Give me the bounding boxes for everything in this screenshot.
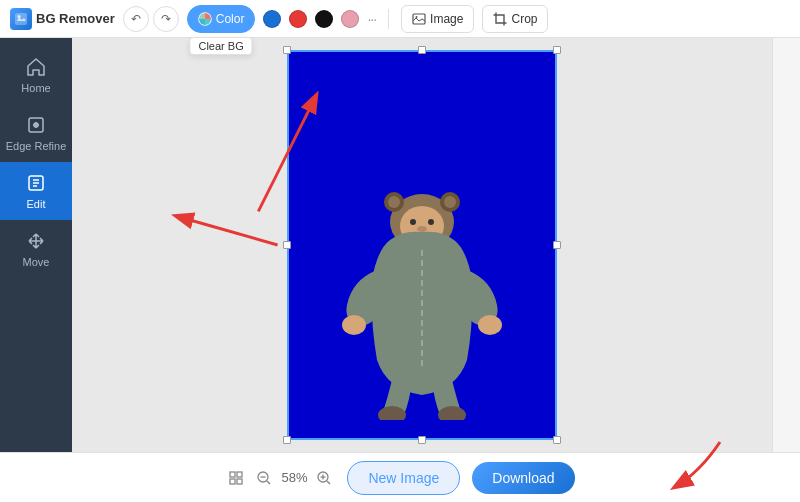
zoom-level: 58% [281, 470, 307, 485]
sidebar-item-move-label: Move [23, 256, 50, 268]
handle-top-right[interactable] [553, 46, 561, 54]
move-icon [25, 230, 47, 252]
crop-tab-button[interactable]: Crop [482, 5, 548, 33]
logo-icon [10, 8, 32, 30]
edit-icon [25, 172, 47, 194]
color-tab-label: Color [216, 12, 245, 26]
handle-bot-right[interactable] [553, 436, 561, 444]
color-swatch-pink[interactable] [341, 10, 359, 28]
handle-mid-right[interactable] [553, 241, 561, 249]
zoom-out-button[interactable] [253, 467, 275, 489]
fit-icon [228, 470, 244, 486]
zoom-out-icon [256, 470, 272, 486]
nav-back-button[interactable]: ↶ [123, 6, 149, 32]
handle-bot-left[interactable] [283, 436, 291, 444]
handle-top-mid[interactable] [418, 46, 426, 54]
crop-tab-label: Crop [511, 12, 537, 26]
svg-point-17 [342, 315, 366, 335]
sidebar: Home Edge Refine Edit [0, 38, 72, 452]
svg-rect-23 [237, 472, 242, 477]
main-layout: Home Edge Refine Edit [0, 38, 800, 452]
color-tab-button[interactable]: Color [187, 5, 256, 33]
nav-buttons: ↶ ↷ [123, 6, 179, 32]
title-bar: BG Remover ↶ ↷ Color Clear BG ··· [0, 0, 800, 38]
edge-refine-icon [25, 114, 47, 136]
svg-line-28 [267, 481, 270, 484]
svg-point-14 [410, 219, 416, 225]
image-tab-button[interactable]: Image [401, 5, 474, 33]
baby-svg [322, 160, 522, 420]
toolbar-separator-1 [388, 9, 389, 29]
new-image-button[interactable]: New Image [347, 461, 460, 495]
baby-image [322, 160, 522, 420]
app-title: BG Remover [36, 11, 115, 26]
zoom-in-icon [316, 470, 332, 486]
clear-bg-tooltip: Clear BG [189, 37, 252, 55]
bottom-bar: 58% New Image Download [0, 452, 800, 502]
color-more-button[interactable]: ··· [367, 11, 376, 27]
app-logo: BG Remover [10, 8, 115, 30]
sidebar-item-edit[interactable]: Edit [0, 162, 72, 220]
handle-mid-left[interactable] [283, 241, 291, 249]
svg-rect-24 [230, 479, 235, 484]
color-swatch-red[interactable] [289, 10, 307, 28]
home-icon [25, 56, 47, 78]
color-icon [198, 12, 212, 26]
canvas-container[interactable] [287, 50, 557, 440]
svg-line-32 [327, 481, 330, 484]
zoom-in-button[interactable] [313, 467, 335, 489]
canvas-area [72, 38, 772, 452]
svg-point-18 [478, 315, 502, 335]
sidebar-item-edit-label: Edit [27, 198, 46, 210]
download-button[interactable]: Download [472, 462, 574, 494]
zoom-controls: 58% [225, 467, 335, 489]
sidebar-item-edge-refine[interactable]: Edge Refine [0, 104, 72, 162]
image-icon [412, 12, 426, 26]
right-panel [772, 38, 800, 452]
image-tab-label: Image [430, 12, 463, 26]
svg-point-15 [428, 219, 434, 225]
sidebar-item-home-label: Home [21, 82, 50, 94]
handle-bot-mid[interactable] [418, 436, 426, 444]
color-swatch-blue[interactable] [263, 10, 281, 28]
sidebar-item-home[interactable]: Home [0, 46, 72, 104]
handle-top-left[interactable] [283, 46, 291, 54]
svg-point-4 [416, 16, 418, 18]
svg-point-11 [388, 196, 400, 208]
svg-rect-25 [237, 479, 242, 484]
nav-forward-button[interactable]: ↷ [153, 6, 179, 32]
sidebar-item-edge-label: Edge Refine [6, 140, 67, 152]
svg-point-12 [444, 196, 456, 208]
fit-zoom-button[interactable] [225, 467, 247, 489]
color-tab-container: Color Clear BG [187, 5, 256, 33]
svg-rect-22 [230, 472, 235, 477]
svg-point-1 [18, 15, 21, 18]
bg-canvas [287, 50, 557, 440]
svg-point-16 [417, 226, 427, 232]
sidebar-item-move[interactable]: Move [0, 220, 72, 278]
color-swatch-black[interactable] [315, 10, 333, 28]
crop-icon [493, 12, 507, 26]
